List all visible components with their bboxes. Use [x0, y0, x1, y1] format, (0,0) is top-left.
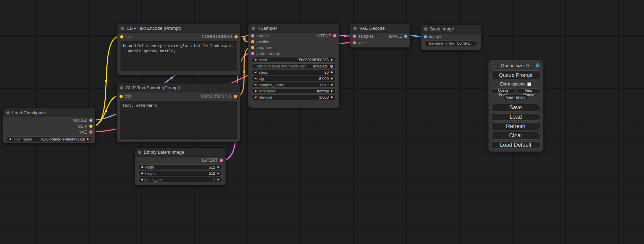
- node-clip-text-encode-negative[interactable]: CLIP Text Encode (Prompt) clip CONDITION…: [116, 83, 240, 143]
- collapse-dot[interactable]: [138, 151, 141, 154]
- collapse-dot[interactable]: [353, 27, 357, 30]
- queue-prompt-button[interactable]: Queue Prompt: [491, 70, 540, 79]
- batch-size-widget[interactable]: ◀ batch_size 1 ▶: [138, 177, 222, 182]
- collapse-dot[interactable]: [120, 86, 123, 90]
- node-titlebar[interactable]: Save Image: [421, 25, 481, 34]
- refresh-button[interactable]: Refresh: [491, 123, 540, 130]
- load-default-button[interactable]: Load Default: [491, 141, 540, 149]
- cfg-widget[interactable]: ◀ cfg 8.000 ▶: [252, 76, 336, 81]
- load-button[interactable]: Load: [491, 113, 540, 121]
- latent-output-port[interactable]: [220, 159, 223, 162]
- clip-output-port[interactable]: [89, 125, 92, 128]
- decrement-arrow-icon[interactable]: ◀: [254, 77, 256, 80]
- node-vae-decode[interactable]: VAE Decode samples IMAGE vae: [350, 24, 411, 48]
- link-midpoint-dot-model[interactable]: [170, 77, 173, 79]
- next-arrow-icon[interactable]: ▶: [87, 138, 89, 141]
- increment-arrow-icon[interactable]: ▶: [331, 96, 333, 99]
- negative-prompt-textarea[interactable]: text, watermark: [120, 101, 237, 139]
- increment-arrow-icon[interactable]: ▶: [331, 71, 333, 74]
- prev-arrow-icon[interactable]: ◀: [9, 138, 11, 141]
- node-empty-latent-image[interactable]: Empty Latent Image LATENT ◀ width 512 ▶ …: [134, 147, 226, 186]
- clip-input-port[interactable]: [120, 35, 123, 38]
- decrement-arrow-icon[interactable]: ◀: [254, 58, 256, 61]
- link-midpoint-dot-positive-conditioning[interactable]: [243, 38, 246, 40]
- collapse-dot[interactable]: [424, 27, 427, 31]
- extra-options-checkbox[interactable]: [527, 82, 531, 86]
- width-widget[interactable]: ◀ width 512 ▶: [138, 164, 222, 170]
- seed-widget[interactable]: ◀ seed 156680208700286 ▶: [252, 57, 336, 63]
- increment-arrow-icon[interactable]: ▶: [218, 172, 220, 175]
- increment-arrow-icon[interactable]: ▶: [331, 77, 333, 80]
- collapse-dot[interactable]: [252, 27, 255, 30]
- node-clip-text-encode-positive[interactable]: CLIP Text Encode (Prompt) clip CONDITION…: [117, 24, 241, 75]
- node-ksampler[interactable]: KSampler model LATENT positive negative …: [248, 24, 339, 108]
- node-titlebar[interactable]: CLIP Text Encode (Prompt): [117, 83, 240, 92]
- vae-input-port[interactable]: [353, 41, 356, 44]
- increment-arrow-icon[interactable]: ▶: [331, 58, 333, 61]
- images-input-port[interactable]: [424, 35, 427, 38]
- node-titlebar[interactable]: Load Checkpoint: [3, 108, 95, 117]
- decrement-arrow-icon[interactable]: ◀: [254, 96, 256, 99]
- random-seed-toggle-widget[interactable]: Random seed after every gen enabled: [252, 63, 336, 69]
- sampler-name-widget[interactable]: ◀ sampler_name euler ▶: [252, 82, 336, 88]
- slot-label: model: [256, 34, 268, 38]
- widget-label: Random seed after every gen: [256, 64, 307, 68]
- widget-value: 20: [325, 70, 329, 74]
- steps-widget[interactable]: ◀ steps 20 ▶: [252, 70, 336, 75]
- link-midpoint-dot-sampled-latent[interactable]: [344, 35, 346, 37]
- node-titlebar[interactable]: KSampler: [248, 24, 339, 33]
- prev-arrow-icon[interactable]: ◀: [254, 83, 256, 86]
- decrement-arrow-icon[interactable]: ◀: [141, 178, 143, 181]
- link-midpoint-dot-negative-conditioning[interactable]: [243, 71, 245, 73]
- positive-prompt-textarea[interactable]: beautiful scenery nature glass bottle la…: [121, 41, 237, 71]
- collapse-dot[interactable]: [6, 111, 10, 115]
- latent-output-port[interactable]: [333, 34, 336, 37]
- conditioning-output-port[interactable]: [234, 95, 237, 98]
- model-input-port[interactable]: [251, 34, 254, 37]
- image-output-port[interactable]: [404, 35, 407, 38]
- collapse-dot[interactable]: [121, 27, 124, 30]
- link-midpoint-dot-clip-to-positive[interactable]: [105, 80, 107, 82]
- link-midpoint-dot-decoded-image[interactable]: [414, 35, 417, 37]
- filename-prefix-widget[interactable]: filename_prefix ComfyUI: [424, 40, 477, 46]
- next-arrow-icon[interactable]: ▶: [331, 90, 333, 92]
- decrement-arrow-icon[interactable]: ◀: [254, 71, 256, 74]
- decrement-arrow-icon[interactable]: ◀: [141, 166, 143, 169]
- model-output-port[interactable]: [89, 119, 92, 122]
- widget-label: cfg: [259, 76, 264, 81]
- increment-arrow-icon[interactable]: ▶: [218, 178, 220, 181]
- view-queue-button[interactable]: View Queue: [517, 88, 540, 93]
- link-midpoint-dot-clip-to-negative[interactable]: [105, 110, 107, 112]
- slot-label: IMAGE: [389, 34, 402, 39]
- slot-row: clip CONDITIONING: [117, 33, 240, 40]
- node-titlebar[interactable]: Empty Latent Image: [135, 148, 226, 157]
- conditioning-output-port[interactable]: [235, 35, 238, 38]
- view-history-button[interactable]: View History: [503, 95, 528, 100]
- node-graph-canvas[interactable]: Load Checkpoint MODEL CLIP VAE ◀ ckpt_na…: [0, 0, 644, 244]
- settings-gear-icon[interactable]: ⚙: [536, 62, 540, 69]
- clear-button[interactable]: Clear: [491, 132, 540, 139]
- decrement-arrow-icon[interactable]: ◀: [141, 172, 143, 175]
- node-load-checkpoint[interactable]: Load Checkpoint MODEL CLIP VAE ◀ ckpt_na…: [3, 108, 96, 144]
- denoise-widget[interactable]: ◀ denoise 1.000 ▶: [252, 94, 336, 100]
- node-titlebar[interactable]: VAE Decode: [350, 24, 410, 33]
- negative-input-port[interactable]: [251, 46, 254, 49]
- increment-arrow-icon[interactable]: ▶: [218, 166, 220, 169]
- samples-input-port[interactable]: [353, 35, 356, 38]
- ckpt-name-widget[interactable]: ◀ ckpt_name v1-5-pruned-emaonly.ckpt ▶: [7, 136, 92, 142]
- toggle-enabled-dot[interactable]: [330, 65, 333, 68]
- prev-arrow-icon[interactable]: ◀: [254, 90, 256, 92]
- save-button[interactable]: Save: [491, 104, 540, 111]
- clip-input-port[interactable]: [120, 95, 123, 98]
- positive-input-port[interactable]: [251, 40, 254, 43]
- height-widget[interactable]: ◀ height 512 ▶: [138, 171, 222, 176]
- drag-handle-icon[interactable]: ⠿: [491, 63, 494, 68]
- node-titlebar[interactable]: CLIP Text Encode (Prompt): [117, 24, 240, 33]
- queue-front-button[interactable]: Queue Front: [491, 88, 515, 93]
- scheduler-widget[interactable]: ◀ scheduler normal ▶: [252, 88, 336, 94]
- node-save-image[interactable]: Save Image images filename_prefix ComfyU…: [421, 24, 481, 51]
- latent-image-input-port[interactable]: [251, 52, 254, 55]
- next-arrow-icon[interactable]: ▶: [331, 83, 333, 86]
- queue-menu-panel[interactable]: ⠿ Queue size: 0 ⚙ Queue Prompt Extra opt…: [488, 60, 543, 152]
- vae-output-port[interactable]: [89, 130, 92, 134]
